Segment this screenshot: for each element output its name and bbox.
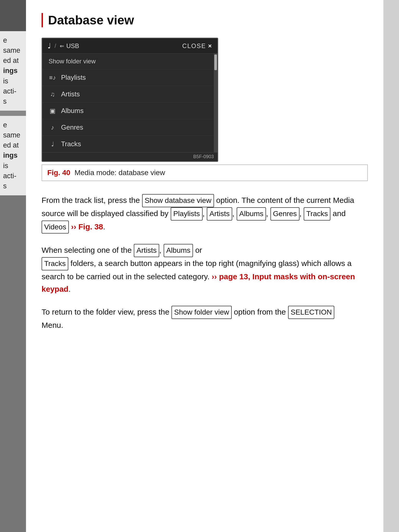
menu-item-genres[interactable]: ♪ Genres: [42, 119, 214, 136]
sidebar-text-block-2: e same ed at ings is acti- s: [0, 116, 26, 195]
show-database-view-button[interactable]: Show database view: [142, 194, 214, 207]
para1-period: .: [103, 222, 105, 231]
artists-inline-button[interactable]: Artists: [207, 207, 232, 221]
menu-item-artists[interactable]: ♫ Artists: [42, 86, 214, 103]
sidebar-dark-block-1: [0, 0, 26, 31]
para3-suffix: Menu.: [42, 321, 63, 329]
para2-period: .: [68, 285, 70, 293]
right-sidebar: [383, 0, 399, 532]
sidebar-text-bold-1: ings: [3, 67, 18, 75]
body-paragraph-3: To return to the folder view, press the …: [42, 306, 368, 331]
para3-middle: option from the: [234, 308, 288, 316]
main-content: Database view ♩ / ⇐ USB CLOSE ×: [26, 0, 383, 532]
menu-item-tracks-label: Tracks: [61, 140, 81, 148]
fig-caption-text: Media mode: database view: [75, 169, 165, 177]
genres-icon: ♪: [49, 124, 56, 131]
usb-icon: ⇐: [60, 43, 64, 49]
videos-inline-button[interactable]: Videos: [42, 221, 69, 234]
para3-prefix: To return to the folder view, press the: [42, 308, 169, 316]
body-paragraph-2: When selecting one of the Artists, Album…: [42, 244, 368, 295]
sidebar-text-s-1: s: [3, 97, 7, 105]
sidebar-text-same-2: e same: [3, 121, 20, 139]
menu-item-show-folder[interactable]: Show folder view: [42, 54, 214, 69]
body-paragraph-1: From the track list, press the Show data…: [42, 194, 368, 234]
artists-icon: ♫: [49, 91, 56, 98]
sidebar-text-acti-1: is acti-: [3, 77, 16, 95]
para1-arrows: ››: [71, 222, 78, 231]
ui-close-area[interactable]: CLOSE ×: [182, 42, 212, 50]
para1-and: and: [333, 209, 346, 218]
selection-button[interactable]: SELECTION: [288, 306, 335, 319]
usb-text: USB: [66, 42, 79, 50]
menu-item-show-folder-label: Show folder view: [49, 58, 96, 65]
ui-header-left: ♩ / ⇐ USB: [48, 42, 79, 50]
sidebar-dark-block-2: [0, 111, 26, 116]
tracks-icon: ♩: [49, 141, 56, 148]
menu-item-albums-label: Albums: [61, 107, 84, 115]
ui-body: Show folder view ≡♪ Playlists ♫ Artists …: [42, 54, 217, 152]
fig-label: Fig. 40: [47, 169, 70, 177]
left-sidebar: e same ed at ings is acti- s e same ed a…: [0, 0, 26, 532]
para1-prefix: From the track list, press the: [42, 196, 140, 204]
scrollbar[interactable]: [214, 54, 217, 152]
ui-footer: B5F-0903: [42, 152, 217, 161]
sidebar-text-s-2: s: [3, 182, 7, 190]
playlists-icon: ≡♪: [49, 74, 56, 81]
ui-screenshot: ♩ / ⇐ USB CLOSE × Show folder view: [42, 38, 218, 162]
sidebar-text-edat-1: ed at: [3, 57, 19, 64]
page-title-bar: Database view: [42, 13, 368, 27]
artists-inline-button-2[interactable]: Artists: [134, 244, 159, 257]
albums-inline-button[interactable]: Albums: [237, 207, 266, 221]
tracks-inline-button-1[interactable]: Tracks: [304, 207, 330, 221]
menu-item-artists-label: Artists: [61, 90, 80, 98]
usb-label: ⇐ USB: [60, 42, 79, 50]
sidebar-dark-block-3: [0, 195, 26, 532]
para2-or: or: [195, 246, 202, 254]
show-folder-view-button[interactable]: Show folder view: [171, 306, 232, 319]
menu-item-genres-label: Genres: [61, 123, 83, 131]
music-icon: ♩: [48, 42, 51, 50]
ui-header: ♩ / ⇐ USB CLOSE ×: [42, 38, 217, 54]
figure-caption: Fig. 40 Media mode: database view: [42, 164, 368, 181]
menu-item-albums[interactable]: ▣ Albums: [42, 103, 214, 119]
sidebar-text-same-1: e same: [3, 36, 20, 54]
menu-item-playlists-label: Playlists: [61, 74, 86, 82]
sidebar-text-bold-2: ings: [3, 151, 18, 159]
close-icon: ×: [208, 42, 212, 50]
sidebar-text-acti-2: is acti-: [3, 162, 16, 180]
sidebar-text-edat-2: ed at: [3, 141, 19, 149]
albums-inline-button-2[interactable]: Albums: [164, 244, 193, 257]
menu-item-tracks[interactable]: ♩ Tracks: [42, 136, 214, 152]
para2-prefix: When selecting one of the: [42, 246, 132, 254]
albums-icon: ▣: [49, 107, 56, 115]
playlists-inline-button[interactable]: Playlists: [171, 207, 203, 221]
ui-menu-list: Show folder view ≡♪ Playlists ♫ Artists …: [42, 54, 214, 152]
para1-ref: Fig. 38: [78, 222, 103, 231]
para2-arrows: ››: [212, 272, 219, 281]
scrollbar-thumb: [214, 55, 217, 70]
genres-inline-button[interactable]: Genres: [270, 207, 300, 221]
page-title: Database view: [48, 13, 368, 27]
reference-code: B5F-0903: [193, 154, 214, 159]
sidebar-text-block-1: e same ed at ings is acti- s: [0, 31, 26, 111]
menu-item-playlists[interactable]: ≡♪ Playlists: [42, 69, 214, 86]
close-label: CLOSE: [182, 42, 206, 50]
tracks-inline-button-2[interactable]: Tracks: [42, 257, 68, 270]
